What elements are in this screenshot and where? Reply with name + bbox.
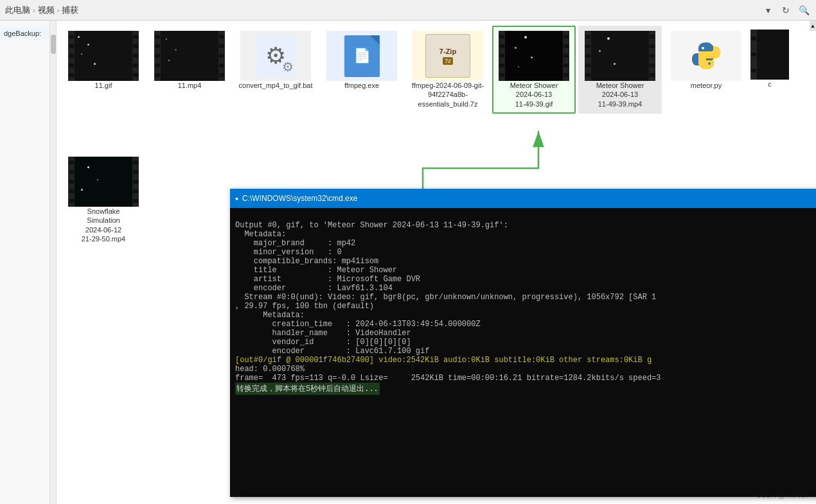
cmd-line-17: head: 0.000768% — [235, 365, 305, 374]
cmd-line-13: handler_name : VideoHandler — [235, 329, 411, 338]
cmd-line-3: major_brand : mp42 — [235, 239, 355, 248]
file-item-snowflake[interactable]: SnowflakeSimulation2024-06-1221-29-50.mp… — [62, 153, 145, 247]
file-thumbnail-11gif — [68, 31, 139, 81]
breadcrumb[interactable]: 此电脑 › 视频 › 捕获 — [5, 4, 753, 16]
cmd-line-4: minor_version : 0 — [235, 248, 342, 257]
cmd-line-5: compatible_brands: mp41isom — [235, 257, 378, 266]
cmd-line-15: encoder : Lavc61.7.100 gif — [235, 347, 429, 356]
sidebar-scroll-thumb[interactable] — [51, 35, 56, 54]
main-area: dgeBackup: ▲ — [0, 21, 816, 504]
file-label-ffmpeg-exe: ffmpeg.exe — [344, 81, 379, 90]
file-label-meteor-gif: Meteor Shower2024-06-1311-49-39.gif — [510, 81, 558, 109]
cmd-line-1: Output #0, gif, to 'Meteor Shower 2024-0… — [235, 221, 508, 230]
file-thumbnail-ffmpeg-exe: 📄 — [326, 31, 397, 81]
svg-point-0 — [702, 47, 704, 49]
file-item-meteor-gif[interactable]: Meteor Shower2024-06-1311-49-39.gif — [492, 26, 576, 114]
file-item-meteor-py[interactable]: meteor.py — [664, 26, 748, 114]
arrow-line — [423, 131, 538, 189]
cmd-line-9: Stream #0:0(und): Video: gif, bgr8(pc, g… — [235, 293, 656, 302]
cmd-line-12: creation_time : 2024-06-13T03:49:54.0000… — [235, 320, 481, 329]
dropdown-button[interactable]: ▾ — [761, 3, 775, 17]
edge-backup-item[interactable]: dgeBackup: — [0, 27, 56, 40]
cmd-line-16: [out#0/gif @ 000001f746b27400] video:254… — [235, 356, 652, 365]
cmd-titlebar[interactable]: ▪ C:\WINDOWS\system32\cmd.exe — [230, 189, 816, 208]
refresh-button[interactable]: ↻ — [779, 3, 793, 17]
cmd-line-19: 转换完成，脚本将在5秒钟后自动退出... — [235, 383, 380, 395]
breadcrumb-sep-1: › — [33, 6, 35, 14]
file-thumbnail-7z: 7-Zip 7z — [412, 31, 483, 81]
file-item-ffmpeg-exe[interactable]: 📄 ffmpeg.exe — [320, 26, 404, 114]
breadcrumb-videos[interactable]: 视频 — [38, 4, 55, 16]
file-label-11gif: 11.gif — [95, 81, 112, 90]
file-grid: 11.gif 11.mp4 — [57, 21, 816, 114]
file-thumbnail-11mp4 — [154, 31, 225, 81]
file-item-11gif[interactable]: 11.gif — [62, 26, 145, 114]
address-bar: 此电脑 › 视频 › 捕获 ▾ ↻ 🔍 — [0, 0, 816, 21]
file-thumbnail-meteor-py — [671, 31, 741, 81]
scroll-up-arrow[interactable]: ▲ — [810, 21, 816, 31]
file-label-snowflake: SnowflakeSimulation2024-06-1221-29-50.mp… — [82, 207, 126, 243]
cmd-line-2: Metadata: — [235, 230, 286, 239]
file-label-11mp4: 11.mp4 — [178, 81, 202, 90]
file-label-meteor-py: meteor.py — [691, 81, 722, 90]
cmd-line-8: encoder : Lavf61.3.104 — [235, 284, 393, 293]
sidebar-scrollbar[interactable] — [49, 21, 56, 504]
cmd-line-14: vendor_id : [0][0][0][0] — [235, 338, 411, 347]
file-thumbnail-partial — [750, 30, 789, 80]
python-logo-icon — [690, 40, 722, 72]
cmd-line-10: , 29.97 fps, 100 tbn (default) — [235, 302, 374, 311]
cmd-title-text: C:\WINDOWS\system32\cmd.exe — [242, 194, 816, 203]
svg-point-1 — [708, 62, 711, 65]
file-item-11mp4[interactable]: 11.mp4 — [148, 26, 231, 114]
cmd-line-7: artist : Microsoft Game DVR — [235, 275, 420, 284]
file-label-bat: convert_mp4_to_gif.bat — [239, 81, 313, 90]
nav-buttons: ▾ ↻ 🔍 — [761, 3, 811, 17]
cmd-body[interactable]: Output #0, gif, to 'Meteor Shower 2024-0… — [230, 208, 816, 497]
file-thumbnail-bat: ⚙ ⚙ — [240, 31, 311, 81]
file-label-partial: c — [768, 80, 772, 89]
breadcrumb-capture[interactable]: 捕获 — [62, 4, 78, 16]
file-grid-area: ▲ 11 — [57, 21, 816, 504]
file-item-7z[interactable]: 7-Zip 7z ffmpeg-2024-06-09-git-94f2274a8… — [406, 26, 490, 114]
file-thumbnail-meteor-gif — [499, 31, 569, 81]
sidebar: dgeBackup: — [0, 21, 57, 504]
cmd-window: ▪ C:\WINDOWS\system32\cmd.exe Output #0,… — [230, 189, 816, 497]
breadcrumb-sep-2: › — [57, 6, 60, 14]
cmd-line-11: Metadata: — [235, 311, 305, 320]
cmd-line-18: frame= 473 fps=113 q=-0.0 Lsize= 2542KiB… — [235, 374, 661, 383]
breadcrumb-computer[interactable]: 此电脑 — [5, 4, 30, 16]
file-label-7z: ffmpeg-2024-06-09-git-94f2274a8b-essenti… — [410, 81, 486, 109]
file-item-bat[interactable]: ⚙ ⚙ convert_mp4_to_gif.bat — [234, 26, 317, 114]
file-item-partial[interactable]: c — [750, 26, 789, 114]
file-label-meteor-mp4: Meteor Shower2024-06-1311-49-39.mp4 — [596, 81, 644, 109]
file-item-meteor-mp4[interactable]: Meteor Shower2024-06-1311-49-39.mp4 — [578, 26, 662, 114]
file-thumbnail-meteor-mp4 — [585, 31, 655, 81]
search-button[interactable]: 🔍 — [797, 3, 811, 17]
cmd-line-6: title : Meteor Shower — [235, 266, 397, 275]
cmd-icon: ▪ — [235, 193, 238, 204]
file-thumbnail-snowflake — [68, 157, 139, 207]
